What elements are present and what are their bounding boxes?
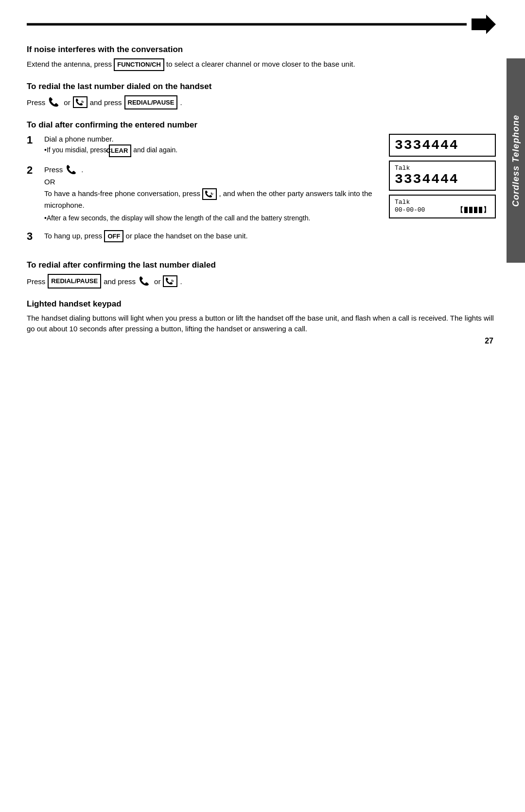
lcd-display-area: 3334444 Talk 3334444 Talk 00-00-00 【 (389, 134, 496, 250)
step-2-press: Press (44, 164, 63, 176)
svg-text:↻: ↻ (210, 192, 213, 196)
redial-last-title: To redial the last number dialed on the … (27, 82, 496, 91)
section-redial-after: To redial after confirming the last numb… (27, 260, 496, 288)
step-2-bullet: •After a few seconds, the display will s… (44, 213, 377, 223)
step-2-or: OR (44, 177, 377, 188)
step-3-text2: or place the handset on the base unit. (126, 232, 248, 240)
redial-after-press: Press (27, 275, 45, 288)
lcd-status-1: Talk (395, 164, 490, 172)
step-2-hf-text: To have a hands-free phone conversation,… (44, 189, 200, 198)
function-ch-key: FUNCTION/CH (114, 58, 164, 71)
and-press-label: and press (90, 96, 122, 109)
battery-indicator: 【 】 (456, 206, 490, 215)
section-noise: If noise interferes with the conversatio… (27, 45, 496, 71)
battery-bar-1 (464, 207, 468, 213)
redial-handset-icon (138, 275, 152, 287)
lcd-timer-text: 00-00-00 (395, 206, 425, 214)
lcd-timer-row: 00-00-00 【 】 (395, 206, 490, 215)
step-2-period: . (81, 164, 83, 176)
noise-body-text2: to select a clearer channel or move clos… (166, 60, 355, 68)
lcd-number-1: 3334444 (395, 138, 490, 153)
step-3-num: 3 (27, 230, 40, 243)
redial-last-body: Press or ↻ and press REDIAL/PAUSE . (27, 95, 496, 109)
redial-after-and-press: and press (104, 275, 136, 288)
step-1-bullet2: and dial again. (133, 146, 177, 154)
top-line (27, 23, 467, 26)
press-label: Press (27, 96, 45, 109)
lcd-box-2: Talk 3334444 (389, 161, 496, 191)
section-dial-after: To dial after confirming the entered num… (27, 120, 496, 250)
section-noise-body: Extend the antenna, press FUNCTION/CH to… (27, 58, 496, 71)
lcd-box-1: 3334444 (389, 134, 496, 157)
step-1-bullet-text: •If you misdial, press (44, 146, 107, 154)
lcd-status-2: Talk (395, 198, 490, 206)
step-2-press-line: Press . (44, 164, 377, 176)
off-key: OFF (104, 230, 123, 243)
redial-after-or: or (154, 275, 160, 288)
lighted-body: The handset dialing buttons will light w… (27, 313, 496, 335)
step2-speaker-icon: ↻ (202, 188, 217, 200)
steps-container: 1 Dial a phone number. •If you misdial, … (27, 134, 496, 250)
battery-bar-2 (469, 207, 472, 213)
redial-pause-key2: REDIAL/PAUSE (48, 274, 101, 288)
lighted-title: Lighted handset keypad (27, 299, 496, 309)
or-label: or (64, 96, 70, 109)
step-1-text: Dial a phone number. (44, 135, 114, 143)
page-number: 27 (485, 337, 493, 345)
redial-speaker-icon: ↻ (163, 275, 177, 287)
step-3-content: To hang up, press OFF or place the hands… (44, 230, 377, 243)
redial-after-title: To redial after confirming the last numb… (27, 260, 496, 270)
section-noise-title: If noise interferes with the conversatio… (27, 45, 496, 54)
battery-bracket-close: 】 (483, 206, 490, 215)
sidebar-label: Cordless Telephone (507, 58, 525, 263)
lcd-box-3: Talk 00-00-00 【 】 (389, 195, 496, 218)
redial-after-body: Press REDIAL/PAUSE and press or ↻ . (27, 274, 496, 288)
step-1: 1 Dial a phone number. •If you misdial, … (27, 134, 377, 157)
section-redial-last: To redial the last number dialed on the … (27, 82, 496, 109)
top-bar (27, 15, 496, 34)
clear-key: CLEAR (109, 144, 132, 157)
lcd-number-2: 3334444 (395, 172, 490, 187)
dial-after-title: To dial after confirming the entered num… (27, 120, 496, 130)
right-arrow-icon (472, 15, 496, 34)
step-2: 2 Press . OR To have a hands-free (27, 164, 377, 223)
step-2-handsfree: To have a hands-free phone conversation,… (44, 188, 377, 211)
step-3-text: To hang up, press (44, 232, 102, 240)
period: . (180, 96, 182, 109)
page-content: If noise interferes with the conversatio… (0, 0, 525, 360)
redial-pause-key: REDIAL/PAUSE (124, 95, 178, 109)
handset-icon (48, 96, 61, 108)
svg-text:↻: ↻ (81, 100, 84, 104)
steps-left: 1 Dial a phone number. •If you misdial, … (27, 134, 377, 250)
battery-bracket-open: 【 (456, 206, 463, 215)
step-3: 3 To hang up, press OFF or place the han… (27, 230, 377, 243)
battery-bar-4 (479, 207, 482, 213)
step-1-content: Dial a phone number. •If you misdial, pr… (44, 134, 377, 157)
step2-handset-icon (65, 164, 79, 176)
section-lighted: Lighted handset keypad The handset diali… (27, 299, 496, 335)
noise-body-text: Extend the antenna, press (27, 60, 112, 68)
speaker-icon: ↻ (73, 96, 88, 108)
step-2-content: Press . OR To have a hands-free phone co… (44, 164, 377, 223)
svg-text:↻: ↻ (171, 279, 174, 283)
step-2-num: 2 (27, 164, 40, 177)
redial-period: . (180, 275, 182, 288)
step-1-num: 1 (27, 134, 40, 146)
step-1-bullet: •If you misdial, press CLEAR and dial ag… (44, 144, 377, 157)
battery-bar-3 (474, 207, 477, 213)
